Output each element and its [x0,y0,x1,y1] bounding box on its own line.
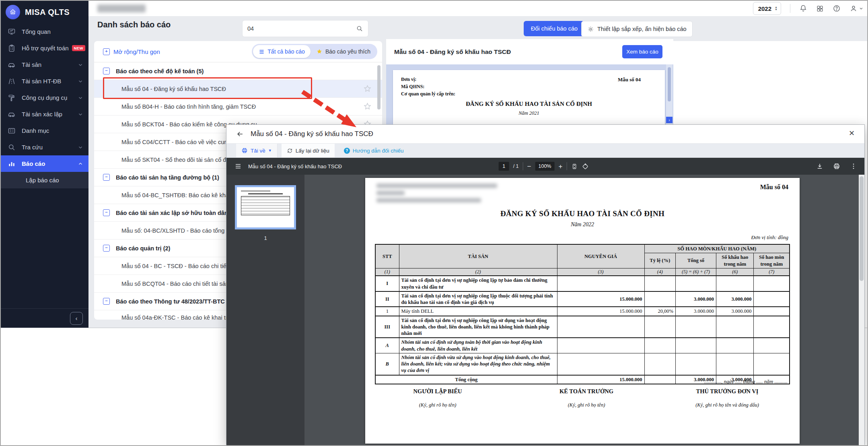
page-title: Danh sách báo cáo [97,20,171,29]
chevron-up-icon [78,161,83,166]
page-number-input[interactable]: 1 [499,162,509,171]
caret-down-icon: ▼ [268,149,272,153]
report-filter-toggle: Tất cả báo cáo Báo cáo yêu thích [252,44,377,59]
sidebar-item-cong-cu-dung-cu[interactable]: Công cụ dụng cụ [1,89,88,106]
sidebar-item-label: Báo cáo [22,160,45,167]
chevron-down-icon [78,112,83,117]
fit-page-icon[interactable] [571,163,578,170]
signature-block-unit-head: THỦ TRƯỞNG ĐƠN VỊ (Ký, ghi rõ họ tên và … [663,388,792,408]
download-report-button[interactable]: Tải về ▼ [236,144,278,157]
sidebar-collapse-button[interactable]: ‹ [70,312,83,325]
comparison-guide-link[interactable]: ? Hướng dẫn đối chiếu [339,144,409,157]
preview-title-bar: Mẫu số 04 - Đăng ký số khấu hao TSCĐ Xem… [386,39,673,64]
sidebar-item-tong-quan[interactable]: Tổng quan [1,23,88,40]
close-icon[interactable]: ✕ [849,130,855,137]
sidebar-item-tai-san-ht-db[interactable]: Tài sản HT-ĐB [1,73,88,89]
preview-expand-button[interactable]: › [666,117,673,123]
paint-roller-icon [7,93,16,102]
sidebar-item-label: Tổng quan [22,28,51,35]
sidebar-item-tai-san-xac-lap[interactable]: Tài sản xác lập [1,106,88,122]
notification-bell-icon[interactable] [799,4,807,12]
preview-form-number: Mẫu số 04 [618,76,641,83]
gear-icon [587,26,594,33]
reload-data-button[interactable]: Lấy lại dữ liệu [282,144,335,157]
signature-subtitle: (Ký, ghi rõ họ tên) [534,402,639,408]
pdf-thumbnail[interactable] [235,185,296,229]
col-index: (7) [754,268,790,276]
apps-grid-icon[interactable] [816,5,824,12]
minus-square-icon[interactable]: − [103,209,110,216]
chevron-down-icon [78,145,83,150]
chevron-down-icon [78,79,83,84]
preview-agency-label: Cơ quan quản lý cấp trên: [401,91,665,97]
help-icon[interactable] [833,4,841,12]
page-total: / 1 [513,163,519,169]
compare-reports-button[interactable]: Đối chiếu báo cáo [524,21,585,36]
sidebar-item-label: Tài sản HT-ĐB [22,78,61,85]
print-icon[interactable] [833,163,840,170]
pdf-actions [816,163,857,170]
group-label: Báo cáo theo chế độ kế toán (5) [116,68,204,74]
expand-collapse-toggle[interactable]: + Mở rộng/Thu gọn [103,48,160,55]
preview-scroll-thumb[interactable] [668,67,671,101]
report-item-label: Mẫu số 04-BC_TSHTĐB: Báo cáo kê khai [121,192,230,198]
printer-icon [241,147,248,154]
filter-favorite-reports[interactable]: Báo cáo yêu thích [311,45,376,58]
clipboard-icon [7,44,16,53]
col-header-cost: NGUYÊN GIÁ [557,244,644,268]
filter-all-label: Tất cả báo cáo [267,48,305,55]
sidebar-footer: ‹ [1,308,88,328]
report-item-label: Mẫu số C04/CCTT - Báo cáo về việc cung [121,139,230,145]
dashboard-icon [7,27,16,36]
pdf-page-controls: 1 / 1 − 100% + [499,162,589,171]
col-header-stt: STT [375,244,399,268]
rotate-icon[interactable] [582,163,588,170]
zoom-level[interactable]: 100% [535,162,554,171]
pdf-scroll-thumb[interactable] [860,176,864,281]
minus-square-icon[interactable]: − [103,68,110,74]
year-spinner-icons[interactable]: ▲▼ [775,6,777,11]
signature-date-line: ............., ngày ..... tháng ..... nă… [704,378,788,385]
list-scrollbar[interactable] [377,65,381,109]
sidebar-item-danh-muc[interactable]: Danh mục [1,122,88,139]
zoom-in-button[interactable]: + [558,163,562,170]
sidebar-item-bao-cao[interactable]: Báo cáo [1,155,88,172]
depreciation-table: STT TÀI SẢN NGUYÊN GIÁ SỐ HAO MÒN/KHẤU H… [375,244,790,384]
sidebar-item-ho-tro-quyet-toan[interactable]: Hỗ trợ quyết toán NEW [1,40,88,56]
download-icon[interactable] [816,163,823,170]
download-report-label: Tải về [251,148,265,154]
more-options-icon[interactable] [850,163,857,170]
report-viewer-modal: Mẫu số 04 - Đăng ký số khấu hao TSCĐ ✕ T… [226,124,865,445]
zoom-out-button[interactable]: − [527,163,531,170]
preview-doc-year: Năm 2021 [393,110,665,116]
back-arrow-icon[interactable] [236,130,244,138]
sidebar-item-label: Danh mục [22,127,49,134]
user-menu-icon[interactable] [849,4,863,12]
sidebar-item-tra-cuu[interactable]: Tra cứu [1,139,88,155]
preview-doc-title: ĐĂNG KÝ SỐ KHẤU HAO TÀI SẢN CỐ ĐỊNH [393,101,665,107]
minus-square-icon[interactable]: − [103,298,110,305]
search-input[interactable] [243,25,356,32]
minus-square-icon[interactable]: − [103,174,110,181]
sidebar-item-tai-san[interactable]: Tài sản [1,56,88,73]
reload-data-label: Lấy lại dữ liệu [296,148,329,154]
pdf-scrollbar[interactable] [859,175,864,445]
minus-square-icon[interactable]: − [103,245,110,252]
search-icon[interactable] [356,25,363,32]
signature-title: THỦ TRƯỞNG ĐƠN VỊ [663,388,792,395]
filter-all-reports[interactable]: Tất cả báo cáo [253,45,311,58]
new-badge: NEW [72,45,85,51]
table-row: A Nhóm tài sản cố định sử dụng toàn bộ t… [375,338,790,353]
view-report-button[interactable]: Xem báo cáo [622,45,662,58]
menu-icon[interactable] [234,163,242,170]
year-selector[interactable]: 2022 ▲▼ [753,2,781,15]
pdf-toolbar: Mẫu số 04 - Đăng ký số khấu hao TSCĐ 1 /… [226,158,864,175]
thumbnail-preview [237,187,294,219]
report-settings-button[interactable]: Thiết lập sắp xếp, ẩn hiện báo cáo [581,21,693,37]
divider [790,4,790,13]
sidebar-subitem-lap-bao-cao[interactable]: Lập báo cáo [1,172,88,188]
col-index: (6) [716,268,754,276]
sidebar: MISA QLTS Tổng quan Hỗ trợ quyết toán NE… [1,1,88,328]
plus-square-icon: + [103,48,110,55]
report-search [242,20,368,37]
